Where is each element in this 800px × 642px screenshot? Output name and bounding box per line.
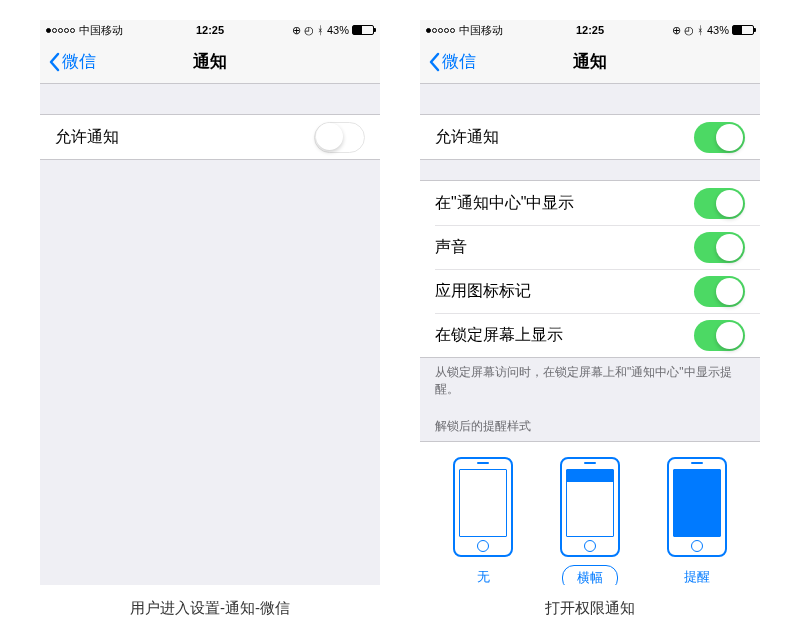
signal-strength-icon [46,28,75,33]
allow-notifications-label: 允许通知 [435,127,499,148]
phone-outline-icon [453,457,513,557]
allow-notifications-row: 允许通知 [40,115,380,159]
alert-style-header: 解锁后的提醒样式 [420,404,760,441]
battery-icon [352,25,374,35]
alert-style-label: 无 [463,565,504,585]
status-time: 12:25 [196,24,224,36]
carrier-label: 中国移动 [79,23,123,38]
signal-strength-icon [426,28,455,33]
lock-screen-footer: 从锁定屏幕访问时，在锁定屏幕上和"通知中心"中显示提醒。 [420,358,760,404]
alarm-icon: ◴ [304,24,314,37]
allow-notifications-label: 允许通知 [55,127,119,148]
settings-row: 应用图标标记 [420,269,760,313]
right-caption: 打开权限通知 [420,599,760,618]
settings-toggle[interactable] [694,320,745,351]
back-button[interactable]: 微信 [428,50,476,73]
status-time: 12:25 [576,24,604,36]
settings-toggle[interactable] [694,188,745,219]
settings-row-label: 声音 [435,237,467,258]
chevron-left-icon [428,52,440,72]
orientation-lock-icon: ⊕ [672,24,681,37]
nav-title: 通知 [573,50,607,73]
allow-notifications-row: 允许通知 [420,115,760,159]
alarm-icon: ◴ [684,24,694,37]
bluetooth-icon: ᚼ [317,24,324,36]
battery-pct: 43% [707,24,729,36]
alert-style-label: 横幅 [562,565,618,585]
settings-row: 在锁定屏幕上显示 [420,313,760,357]
status-bar: 中国移动 12:25 ⊕ ◴ ᚼ 43% [420,20,760,40]
back-button[interactable]: 微信 [48,50,96,73]
settings-row: 在"通知中心"中显示 [420,181,760,225]
nav-title: 通知 [193,50,227,73]
allow-notifications-toggle[interactable] [314,122,365,153]
phone-screenshot-right: 中国移动 12:25 ⊕ ◴ ᚼ 43% 微信 [420,20,760,585]
left-caption: 用户进入设置-通知-微信 [40,599,380,618]
orientation-lock-icon: ⊕ [292,24,301,37]
status-bar: 中国移动 12:25 ⊕ ◴ ᚼ 43% [40,20,380,40]
phone-screenshot-left: 中国移动 12:25 ⊕ ◴ ᚼ 43% 微信 [40,20,380,585]
settings-toggle[interactable] [694,276,745,307]
back-label: 微信 [442,50,476,73]
bluetooth-icon: ᚼ [697,24,704,36]
nav-bar: 微信 通知 [420,40,760,84]
settings-row-label: 应用图标标记 [435,281,531,302]
battery-pct: 43% [327,24,349,36]
allow-notifications-toggle[interactable] [694,122,745,153]
alert-style-label: 提醒 [670,565,724,585]
carrier-label: 中国移动 [459,23,503,38]
settings-row: 声音 [420,225,760,269]
back-label: 微信 [62,50,96,73]
nav-bar: 微信 通知 [40,40,380,84]
settings-row-label: 在锁定屏幕上显示 [435,325,563,346]
settings-row-label: 在"通知中心"中显示 [435,193,574,214]
battery-icon [732,25,754,35]
phone-outline-icon [560,457,620,557]
alert-style-option-alert[interactable]: 提醒 [667,457,727,585]
alert-style-option-banner[interactable]: 横幅 [560,457,620,585]
phone-outline-icon [667,457,727,557]
alert-style-option-none[interactable]: 无 [453,457,513,585]
chevron-left-icon [48,52,60,72]
settings-toggle[interactable] [694,232,745,263]
